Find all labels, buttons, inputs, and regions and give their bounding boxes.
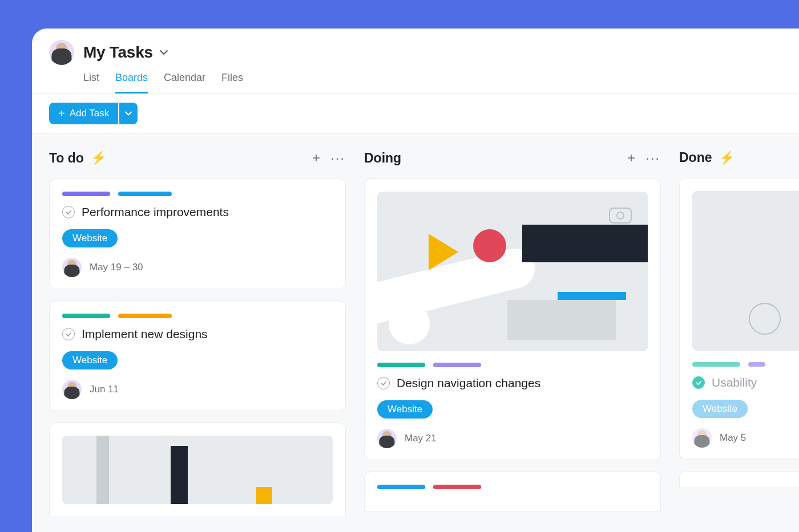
tab-boards[interactable]: Boards bbox=[115, 68, 148, 94]
project-pills bbox=[62, 192, 333, 196]
tag-website[interactable]: Website bbox=[692, 400, 748, 418]
board: To do ⚡ + ··· Performance improvements W… bbox=[32, 134, 799, 532]
project-pill bbox=[62, 192, 110, 196]
add-task-label: Add Task bbox=[70, 108, 110, 119]
tab-list[interactable]: List bbox=[83, 68, 99, 94]
app-panel: My Tasks List Boards Calendar Files + Ad… bbox=[32, 29, 799, 532]
project-pill bbox=[62, 314, 110, 318]
card-cover-image bbox=[377, 192, 648, 351]
task-title: Implement new designs bbox=[82, 327, 208, 341]
project-pill bbox=[433, 363, 481, 367]
due-date: May 19 – 30 bbox=[90, 262, 143, 273]
task-card[interactable]: Design navigation changes Website May 21 bbox=[364, 178, 661, 460]
tab-calendar[interactable]: Calendar bbox=[164, 68, 205, 94]
project-pills bbox=[692, 362, 799, 367]
project-pill bbox=[692, 362, 740, 367]
task-card[interactable]: Implement new designs Website Jun 11 bbox=[49, 300, 346, 411]
assignee-avatar[interactable] bbox=[62, 380, 82, 399]
project-pill bbox=[433, 485, 481, 489]
toolbar: + Add Task bbox=[32, 94, 799, 134]
project-pills bbox=[62, 314, 333, 318]
project-pill bbox=[118, 192, 172, 196]
task-title: Performance improvements bbox=[82, 205, 229, 219]
assignee-avatar[interactable] bbox=[62, 258, 82, 277]
project-pills bbox=[377, 485, 648, 489]
bolt-icon: ⚡ bbox=[719, 151, 735, 165]
add-card-button[interactable]: + bbox=[308, 150, 324, 166]
due-date: May 21 bbox=[405, 433, 437, 444]
header: My Tasks List Boards Calendar Files bbox=[32, 29, 799, 94]
column-todo: To do ⚡ + ··· Performance improvements W… bbox=[49, 150, 346, 516]
add-task-button[interactable]: + Add Task bbox=[49, 103, 118, 124]
assignee-avatar[interactable] bbox=[377, 429, 397, 448]
task-title: Design navigation changes bbox=[397, 376, 540, 390]
tag-website[interactable]: Website bbox=[377, 400, 433, 419]
page-title: My Tasks bbox=[83, 43, 153, 62]
project-pill bbox=[377, 485, 425, 489]
column-title: Done bbox=[679, 150, 712, 165]
task-card[interactable]: Performance improvements Website May 19 … bbox=[49, 178, 346, 289]
complete-checkbox[interactable] bbox=[692, 376, 705, 389]
complete-checkbox[interactable] bbox=[377, 377, 390, 389]
bolt-icon: ⚡ bbox=[91, 151, 106, 165]
project-pill bbox=[377, 363, 425, 367]
task-card[interactable] bbox=[679, 471, 799, 488]
column-title: Doing bbox=[364, 151, 401, 166]
project-pill bbox=[748, 362, 765, 367]
complete-checkbox[interactable] bbox=[62, 206, 75, 218]
avatar[interactable] bbox=[49, 40, 74, 65]
assignee-avatar[interactable] bbox=[692, 428, 712, 448]
add-card-button[interactable]: + bbox=[623, 150, 639, 166]
complete-checkbox[interactable] bbox=[62, 328, 75, 340]
plus-icon: + bbox=[58, 108, 65, 119]
column-doing: Doing + ··· bbox=[364, 150, 661, 516]
tag-website[interactable]: Website bbox=[62, 351, 118, 369]
due-date: Jun 11 bbox=[90, 384, 119, 395]
add-task-dropdown[interactable] bbox=[119, 103, 138, 124]
project-pills bbox=[377, 363, 648, 367]
column-title: To do bbox=[49, 151, 84, 166]
tab-files[interactable]: Files bbox=[221, 68, 243, 94]
task-card[interactable]: Usability Website May 5 bbox=[679, 178, 799, 460]
column-menu-button[interactable]: ··· bbox=[645, 150, 661, 166]
task-card[interactable] bbox=[364, 472, 661, 511]
column-done: Done ⚡ Usability Website bbox=[679, 150, 799, 516]
card-cover-image bbox=[692, 191, 799, 351]
due-date: May 5 bbox=[720, 432, 746, 444]
column-menu-button[interactable]: ··· bbox=[330, 150, 346, 166]
chevron-down-icon[interactable] bbox=[159, 47, 169, 58]
task-card[interactable] bbox=[49, 423, 346, 517]
project-pill bbox=[118, 314, 172, 318]
tag-website[interactable]: Website bbox=[62, 229, 118, 247]
task-title: Usability bbox=[712, 376, 757, 389]
card-cover-image bbox=[62, 436, 333, 504]
subtask-icon bbox=[609, 208, 632, 224]
view-tabs: List Boards Calendar Files bbox=[83, 68, 782, 93]
